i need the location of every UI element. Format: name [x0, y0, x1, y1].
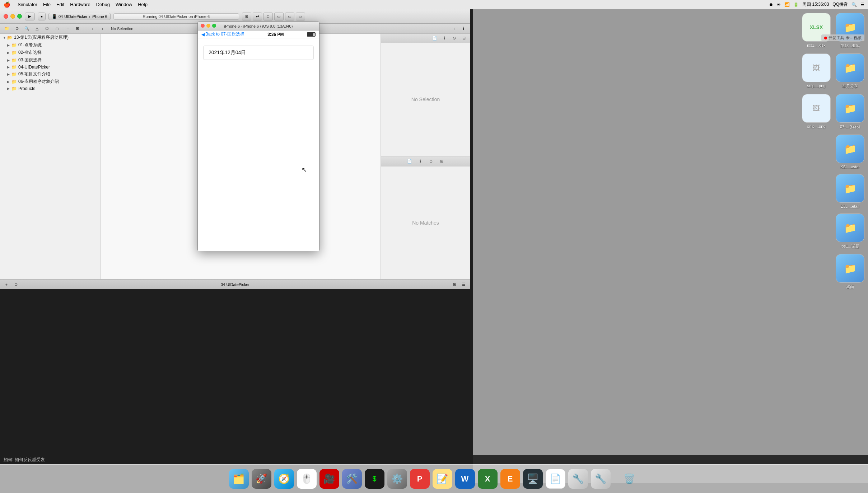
- menu-search[interactable]: 🔍: [851, 2, 857, 7]
- back-chevron: ◀: [201, 32, 205, 37]
- dock-notes[interactable]: 📝: [433, 469, 452, 489]
- dock-launchpad[interactable]: 🚀: [252, 469, 271, 489]
- status-add-btn[interactable]: +: [3, 281, 10, 288]
- stop-button[interactable]: ■: [38, 13, 46, 20]
- nav-diff[interactable]: △: [33, 25, 41, 32]
- inspector-settings-icon[interactable]: ⊞: [459, 35, 468, 42]
- nav-label-05: 05-项目文件介绍: [18, 71, 50, 77]
- nav-forward[interactable]: ›: [99, 25, 107, 32]
- run-button[interactable]: ▶: [25, 13, 35, 20]
- nav-item-06[interactable]: ▶ 📁 06-应用程序对象介绍: [0, 78, 100, 85]
- breadcrumb-text: No Selection: [111, 27, 133, 31]
- inspector-location-icon[interactable]: ⊙: [450, 35, 458, 42]
- info-icon[interactable]: ℹ: [459, 25, 467, 32]
- status-right-btn2[interactable]: ☰: [460, 281, 467, 288]
- dock-finder[interactable]: 🗂️: [229, 469, 249, 489]
- iphone-status-bar: ◀ Back to 07-国旗选择 3:36 PM ▓: [198, 30, 319, 38]
- inspector-mid-icon3[interactable]: ⊙: [427, 158, 435, 165]
- menu-notification[interactable]: ☰: [860, 2, 864, 7]
- inspector-mid-icon1[interactable]: 📄: [405, 158, 414, 165]
- desktop-icon-folder4[interactable]: 📁 KSl....aster: [836, 135, 864, 169]
- nav-item-03[interactable]: ▶ 📁 03-国旗选择: [0, 56, 100, 64]
- desktop-icon-folder6[interactable]: 📁 ios1...试题: [836, 213, 864, 249]
- menu-help[interactable]: Help: [138, 2, 148, 7]
- scheme-selector[interactable]: 📱 04-UIDatePicker › iPhone 6: [48, 13, 111, 20]
- folder5-icon: 📁: [836, 174, 864, 203]
- desktop-icon-folder3[interactable]: 📁 07-…(优化): [836, 94, 864, 130]
- nav-label-04: 04-UIDatePicker: [18, 65, 50, 70]
- dock-preview[interactable]: 📄: [546, 469, 565, 489]
- assistant-toggle[interactable]: □: [263, 13, 273, 20]
- close-button[interactable]: [4, 14, 8, 19]
- nav-item-04[interactable]: ▶ 📁 04-UIDatePicker: [0, 64, 100, 70]
- notes-icon: 📝: [433, 469, 452, 489]
- menu-window[interactable]: Window: [116, 2, 132, 7]
- inspector-body-bottom: No Matches: [381, 166, 470, 280]
- menu-file[interactable]: File: [43, 2, 51, 7]
- nav-filter[interactable]: ⊙: [13, 25, 21, 32]
- sim-close[interactable]: [201, 24, 205, 28]
- navigator-toggle[interactable]: ⊞: [242, 13, 251, 20]
- dock-tools[interactable]: 🔧: [568, 469, 588, 489]
- minimize-button[interactable]: [10, 14, 15, 19]
- debug-toggle[interactable]: ⇄: [253, 13, 262, 20]
- dock-mouse[interactable]: 🖱️: [297, 469, 317, 489]
- desktop-row-5: 📁 ZJL....etail: [836, 174, 864, 208]
- add-file-icon[interactable]: +: [450, 25, 458, 32]
- inspector-info-icon[interactable]: ℹ: [440, 35, 449, 42]
- dock-safari[interactable]: 🧭: [274, 469, 294, 489]
- inspector-mid-icon2[interactable]: ℹ: [416, 158, 425, 165]
- dock-terminal[interactable]: $: [365, 469, 384, 489]
- nav-item-root[interactable]: ▼ 📂 13-第1天(应用程序启动原理): [0, 34, 100, 41]
- dock-photobooth[interactable]: 🎥: [319, 469, 339, 489]
- sim-minimize[interactable]: [206, 24, 210, 28]
- nav-test[interactable]: □: [53, 25, 61, 32]
- layout-toggle1[interactable]: ▭: [274, 13, 284, 20]
- desktop-icon-folder1[interactable]: 📁 第13...业库: [836, 13, 864, 48]
- desktop-icon-folder2[interactable]: 📁 车丹分享: [836, 53, 864, 89]
- nav-item-01[interactable]: ▶ 📁 01-点餐系统: [0, 41, 100, 49]
- layout-toggle2[interactable]: ▭: [285, 13, 294, 20]
- inspector-file-icon[interactable]: 📄: [430, 35, 439, 42]
- dock: 🗂️ 🚀 🧭 🖱️ 🎥 🛠️ $ ⚙️ P 📝 W X: [0, 464, 868, 493]
- layout-toggle3[interactable]: ▭: [296, 13, 305, 20]
- dock-papp[interactable]: P: [410, 469, 430, 489]
- status-right-btn[interactable]: ⊞: [451, 281, 458, 288]
- sim-maximize[interactable]: [212, 24, 216, 28]
- back-button[interactable]: ◀ Back to 07-国旗选择: [201, 31, 244, 37]
- menu-input-method[interactable]: QQ拼音: [832, 1, 848, 8]
- dock-trash[interactable]: 🗑️: [620, 469, 639, 489]
- dock-tool2[interactable]: 🔧: [591, 469, 611, 489]
- folder-icon[interactable]: 📁: [3, 25, 11, 32]
- dock-sysprefs[interactable]: ⚙️: [387, 469, 407, 489]
- menu-edit[interactable]: Edit: [56, 2, 64, 7]
- nav-label-02: 02-省市选择: [18, 50, 42, 56]
- desktop-icon-folder5[interactable]: 📁 ZJL....etail: [836, 174, 864, 208]
- dock-word[interactable]: W: [455, 469, 475, 489]
- nav-history[interactable]: ⊞: [73, 25, 81, 32]
- dock-dev[interactable]: 🖥️: [523, 469, 543, 489]
- status-filter-btn[interactable]: ⊙: [12, 281, 19, 288]
- menu-hardware[interactable]: Hardware: [70, 2, 90, 7]
- nav-back[interactable]: ‹: [89, 25, 97, 32]
- maximize-button[interactable]: [17, 14, 22, 19]
- desktop-icon-png2[interactable]: 🖼 snip....png: [802, 94, 831, 130]
- apple-menu[interactable]: 🍎: [4, 1, 10, 8]
- dock-excel[interactable]: X: [478, 469, 498, 489]
- menu-debug[interactable]: Debug: [96, 2, 110, 7]
- folder4-icon: 📁: [836, 135, 864, 163]
- nav-item-02[interactable]: ▶ 📁 02-省市选择: [0, 49, 100, 56]
- dock-app2[interactable]: E: [500, 469, 520, 489]
- desktop-icon-png1[interactable]: 🖼 snip....png: [802, 53, 831, 89]
- desktop-icon-folder7[interactable]: 📁 桌面: [836, 254, 864, 290]
- nav-search[interactable]: 🔍: [23, 25, 31, 32]
- nav-debug-btn[interactable]: ⋯: [63, 25, 71, 32]
- nav-issue[interactable]: ⬡: [43, 25, 51, 32]
- nav-item-05[interactable]: ▶ 📁 05-项目文件介绍: [0, 70, 100, 78]
- inspector-mid-icon4[interactable]: ⊞: [438, 158, 446, 165]
- project-navigator: ▼ 📂 13-第1天(应用程序启动原理) ▶ 📁 01-点餐系统 ▶ 📁 02-…: [0, 34, 101, 279]
- nav-item-products[interactable]: ▶ 📁 Products: [0, 85, 100, 92]
- desktop-icon-xlsx[interactable]: XLSX ios1....xlsx: [802, 13, 831, 48]
- menu-simulator[interactable]: Simulator: [18, 2, 37, 7]
- dock-appstore[interactable]: 🛠️: [342, 469, 362, 489]
